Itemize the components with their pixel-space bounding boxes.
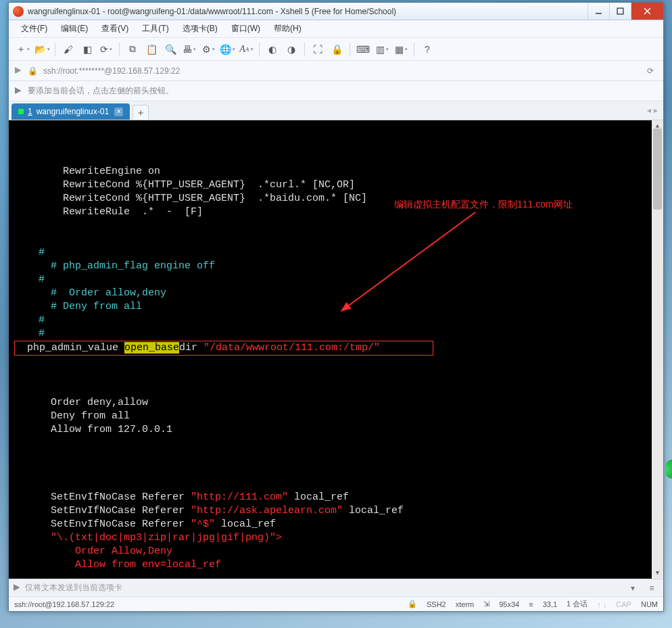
menubar: 文件(F)编辑(E)查看(V)工具(T)选项卡(B)窗口(W)帮助(H) xyxy=(9,20,663,38)
status-bar: ssh://root@192.168.57.129:22 🔒 SSH2 xter… xyxy=(9,596,663,611)
status-term: xterm xyxy=(456,600,475,608)
terminal-content: RewriteEngine on RewriteCond %{HTTP_USER… xyxy=(14,165,663,579)
address-arrow-icon[interactable]: ⯈ xyxy=(14,66,22,76)
scrollbar[interactable]: ▲ ▼ xyxy=(652,120,663,579)
status-cap: CAP xyxy=(616,600,631,608)
status-sessions: 1 会话 xyxy=(567,599,587,609)
status-size-icon: ⇲ xyxy=(483,600,489,608)
titlebar: wangruifenglinux-01 - root@wangruifeng-0… xyxy=(9,3,663,20)
tip-text: 要添加当前会话，点击左侧的箭头按钮。 xyxy=(28,85,174,97)
globe-icon[interactable]: 🌐▾ xyxy=(218,41,236,58)
erase-icon[interactable]: ◧ xyxy=(78,41,96,58)
close-button[interactable] xyxy=(631,3,663,20)
menu-item[interactable]: 窗口(W) xyxy=(226,21,266,37)
menu-item[interactable]: 查看(V) xyxy=(96,21,134,37)
send-arrow-icon[interactable]: ⯈ xyxy=(13,583,21,593)
address-text[interactable]: ssh://root:********@192.168.57.129:22 xyxy=(43,66,638,76)
scroll-thumb[interactable] xyxy=(653,128,662,210)
send-menu-icon[interactable]: ≡ xyxy=(644,583,659,593)
status-connection: ssh://root@192.168.57.129:22 xyxy=(14,600,398,608)
properties-icon[interactable]: ⚙▾ xyxy=(199,41,217,58)
lock-small-icon: 🔒 xyxy=(28,66,38,76)
menu-item[interactable]: 编辑(E) xyxy=(55,21,93,37)
status-ssh: SSH2 xyxy=(427,600,446,608)
open-icon[interactable]: 📂▾ xyxy=(33,41,51,58)
status-size: 95x34 xyxy=(499,600,519,608)
fullscreen-icon[interactable]: ⛶ xyxy=(309,41,327,58)
font-icon[interactable]: AA▾ xyxy=(237,41,255,58)
tip-arrow-icon[interactable]: ⯈ xyxy=(14,87,22,96)
address-bar: ⯈ 🔒 ssh://root:********@192.168.57.129:2… xyxy=(9,61,663,81)
app-icon xyxy=(13,6,24,17)
terminal-view[interactable]: ▲ ▼ RewriteEngine on RewriteCond %{HTTP_… xyxy=(9,120,663,579)
svg-rect-1 xyxy=(617,8,623,14)
find-icon[interactable]: 🔍 xyxy=(162,41,179,58)
tab-close-icon[interactable]: ✕ xyxy=(114,107,123,116)
annotation-text: 编辑虚拟主机配置文件，限制111.com网址 xyxy=(394,197,573,211)
window-title: wangruifenglinux-01 - root@wangruifeng-0… xyxy=(28,7,587,16)
menu-item[interactable]: 工具(T) xyxy=(137,21,174,37)
layout-icon[interactable]: ▥▾ xyxy=(373,41,391,58)
status-lock-icon: 🔒 xyxy=(408,600,417,608)
new-session-icon[interactable]: ＋▾ xyxy=(14,41,32,58)
status-dot-icon xyxy=(18,109,24,114)
print-icon[interactable]: 🖶▾ xyxy=(181,41,198,58)
status-line-icon: ≡ xyxy=(529,600,533,608)
send-dropdown-icon[interactable]: ▾ xyxy=(625,583,640,593)
highlight-icon[interactable]: 🖌 xyxy=(59,41,77,58)
scroll-down-icon[interactable]: ▼ xyxy=(652,567,663,579)
lock-icon[interactable]: 🔒 xyxy=(328,41,345,58)
tab-name: wangruifenglinux-01 xyxy=(37,107,109,116)
reconnect-icon[interactable]: ⟳▾ xyxy=(97,41,115,58)
side-widget-icon[interactable] xyxy=(665,460,672,479)
tip-bar: ⯈ 要添加当前会话，点击左侧的箭头按钮。 xyxy=(9,81,663,101)
tab-nav: ◂ ▸ xyxy=(647,105,658,115)
tab-index: 1 xyxy=(28,107,32,116)
menu-item[interactable]: 帮助(H) xyxy=(268,21,307,37)
tab-next-icon[interactable]: ▸ xyxy=(654,105,658,115)
help-icon[interactable]: ? xyxy=(418,41,436,58)
status-updown-icon: ↑ ↓ xyxy=(597,600,606,608)
copy-icon[interactable]: ⧉ xyxy=(124,41,141,58)
tab-bar: 1 wangruifenglinux-01 ✕ ＋ ◂ ▸ xyxy=(9,101,663,120)
menu-item[interactable]: 选项卡(B) xyxy=(177,21,223,37)
send-input[interactable]: 仅将文本发送到当前选项卡 xyxy=(25,582,621,594)
theme2-icon[interactable]: ◑ xyxy=(283,41,300,58)
menu-item[interactable]: 文件(F) xyxy=(16,21,53,37)
refresh-icon[interactable]: ⟳ xyxy=(643,66,658,76)
app-window: wangruifenglinux-01 - root@wangruifeng-0… xyxy=(8,2,664,612)
paste-icon[interactable]: 📋 xyxy=(143,41,160,58)
send-bar: ⯈ 仅将文本发送到当前选项卡 ▾ ≡ xyxy=(9,579,663,596)
minimize-button[interactable] xyxy=(587,3,609,20)
theme1-icon[interactable]: ◐ xyxy=(264,41,281,58)
toolbar: ＋▾ 📂▾ 🖌 ◧ ⟳▾ ⧉ 📋 🔍 🖶▾ ⚙▾ 🌐▾ AA▾ ◐ ◑ ⛶ 🔒 … xyxy=(9,38,663,61)
tile-icon[interactable]: ▦▾ xyxy=(392,41,410,58)
session-tab[interactable]: 1 wangruifenglinux-01 ✕ xyxy=(11,103,130,120)
new-tab-button[interactable]: ＋ xyxy=(133,105,149,120)
keyboard-icon[interactable]: ⌨ xyxy=(354,41,372,58)
status-num: NUM xyxy=(641,600,658,608)
status-linecol: 33,1 xyxy=(543,600,557,608)
tab-prev-icon[interactable]: ◂ xyxy=(647,105,651,115)
maximize-button[interactable] xyxy=(609,3,631,20)
